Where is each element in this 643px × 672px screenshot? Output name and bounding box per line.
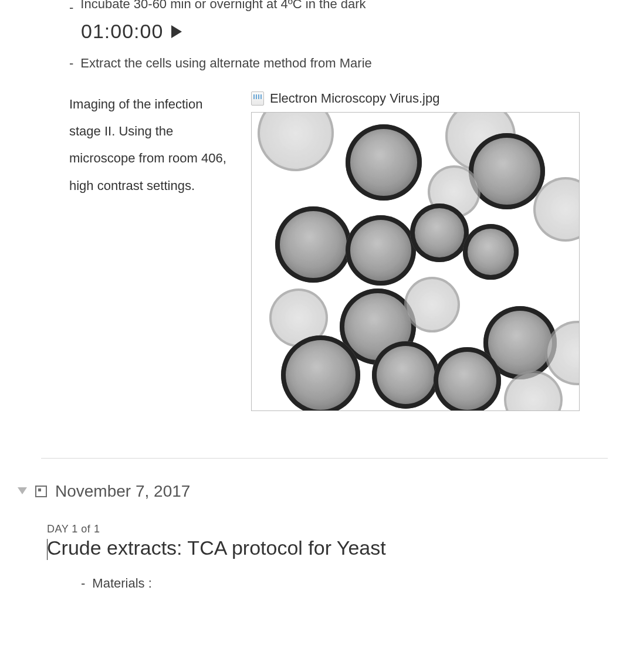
step-incubate-line[interactable]: - Incubate 30-60 min or overnight at 4ºC… — [69, 0, 608, 15]
attachment-header[interactable]: Electron Microscopy Virus.jpg — [251, 91, 608, 106]
divider — [41, 458, 608, 459]
day-of-label: DAY 1 of 1 — [47, 523, 608, 535]
protocol-title[interactable]: Crude extracts: TCA protocol for Yeast — [47, 537, 608, 559]
timer-value: 01:00:00 — [81, 20, 163, 43]
jpeg-file-icon — [251, 91, 264, 106]
image-caption[interactable]: Imaging of the infection stage II. Using… — [69, 91, 233, 411]
protocol-title-text: Crude extracts: TCA protocol for Yeast — [47, 537, 386, 559]
svg-marker-1 — [18, 487, 27, 494]
svg-marker-0 — [171, 25, 182, 38]
materials-bullet[interactable]: - Materials : — [81, 576, 608, 591]
disclosure-triangle-icon[interactable] — [18, 487, 27, 495]
bullet-dash: - — [69, 0, 73, 15]
attachment-filename: Electron Microscopy Virus.jpg — [270, 91, 439, 106]
play-icon[interactable] — [171, 25, 183, 38]
microscopy-image[interactable] — [251, 112, 580, 411]
entry-date[interactable]: November 7, 2017 — [55, 482, 190, 501]
bullet-dash: - — [81, 576, 85, 591]
bullet-dash: - — [69, 56, 73, 71]
materials-label: Materials : — [92, 576, 151, 591]
calendar-icon — [35, 486, 47, 497]
step-extract-text: Extract the cells using alternate method… — [80, 56, 371, 71]
step-extract-line[interactable]: - Extract the cells using alternate meth… — [69, 56, 608, 71]
text-cursor — [47, 539, 48, 560]
timer-row[interactable]: 01:00:00 — [81, 20, 608, 43]
step-incubate-text: Incubate 30-60 min or overnight at 4ºC i… — [80, 0, 366, 12]
